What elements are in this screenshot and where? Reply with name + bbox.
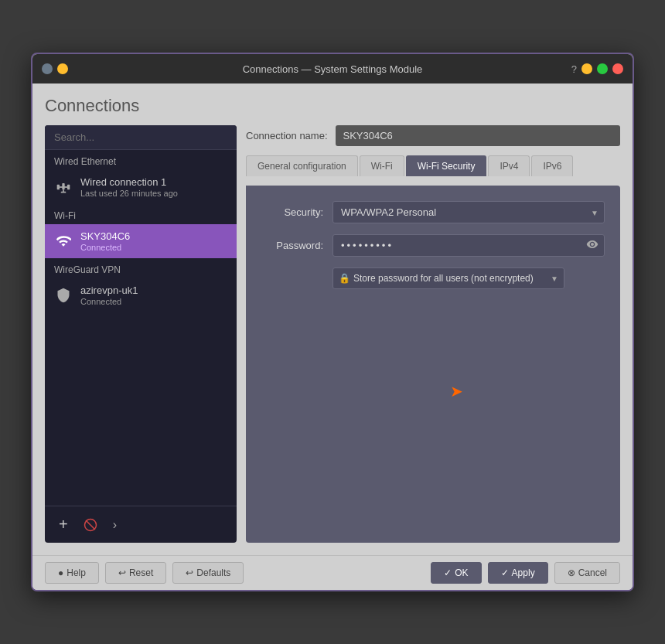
connection-name-row: Connection name:	[246, 125, 620, 146]
wired-conn-name: Wired connection 1	[80, 176, 178, 188]
svg-rect-1	[62, 183, 64, 189]
help-button[interactable]: ● Help	[45, 562, 99, 584]
tab-ipv4[interactable]: IPv4	[488, 155, 530, 176]
sidebar: Wired Ethernet Wired	[45, 125, 237, 543]
window-minimize[interactable]	[581, 63, 592, 74]
help-icon[interactable]: ?	[571, 63, 577, 75]
ethernet-icon	[54, 178, 73, 196]
tab-content-wifi-security: Security: WPA/WPA2 Personal None WEP WPA…	[246, 186, 620, 543]
cancel-button[interactable]: ⊗ Cancel	[554, 562, 620, 584]
vpn-conn-sub: Connected	[80, 297, 138, 306]
window-footer: ● Help ↩ Reset ↩ Defaults ✓ OK ✓ Apply ⊗	[32, 555, 633, 590]
connection-name-input[interactable]	[336, 125, 620, 146]
security-label: Security:	[261, 206, 323, 218]
main-area: Wired Ethernet Wired	[45, 125, 620, 543]
content-area: ➤	[261, 289, 605, 444]
password-row: Password:	[261, 234, 605, 257]
titlebar: Connections — System Settings Module ?	[32, 54, 633, 83]
window-body: Connections Wired Ethernet	[32, 83, 633, 555]
apply-button[interactable]: ✓ Apply	[488, 562, 548, 584]
section-wired-ethernet: Wired Ethernet	[45, 150, 237, 170]
tab-ipv6[interactable]: IPv6	[531, 155, 573, 176]
wifi-conn-sub: Connected	[80, 243, 130, 252]
wifi-icon	[54, 232, 73, 250]
store-password-row: 🔒 Store password for all users (not encr…	[332, 267, 605, 289]
svg-rect-3	[58, 186, 68, 188]
section-wifi: Wi-Fi	[45, 204, 237, 224]
sidebar-item-wifi-sky[interactable]: SKY304C6 Connected	[45, 224, 237, 258]
window-maximize[interactable]	[597, 63, 608, 74]
sidebar-item-wired[interactable]: Wired connection 1 Last used 26 minutes …	[45, 170, 237, 204]
section-vpn: WireGuard VPN	[45, 258, 237, 278]
wired-conn-sub: Last used 26 minutes ago	[80, 189, 178, 198]
minimize-button[interactable]	[57, 63, 68, 74]
navigate-button[interactable]: ›	[111, 516, 118, 533]
svg-rect-5	[61, 192, 66, 193]
main-window: Connections — System Settings Module ? C…	[31, 53, 634, 591]
store-password-select[interactable]: Store password for all users (not encryp…	[332, 267, 564, 289]
page-title: Connections	[45, 96, 620, 116]
password-label: Password:	[261, 240, 323, 251]
svg-line-7	[86, 520, 95, 530]
security-select-wrapper: WPA/WPA2 Personal None WEP WPA3 Personal…	[332, 201, 605, 223]
extra-button[interactable]	[42, 63, 53, 74]
add-connection-button[interactable]: +	[57, 514, 70, 535]
tab-wifi-security[interactable]: Wi-Fi Security	[406, 155, 487, 176]
tab-bar: General configuration Wi-Fi Wi-Fi Securi…	[246, 155, 620, 176]
sidebar-item-vpn[interactable]: azirevpn-uk1 Connected	[45, 278, 237, 312]
vpn-icon	[54, 286, 73, 305]
window-title: Connections — System Settings Module	[243, 63, 423, 75]
vpn-conn-name: azirevpn-uk1	[80, 285, 138, 296]
tab-wifi[interactable]: Wi-Fi	[360, 155, 404, 176]
window-controls	[42, 63, 68, 74]
store-select-wrapper: 🔒 Store password for all users (not encr…	[332, 267, 564, 289]
sidebar-footer: + ›	[45, 506, 237, 543]
footer-left-buttons: ● Help ↩ Reset ↩ Defaults	[45, 562, 244, 584]
ok-button[interactable]: ✓ OK	[431, 562, 481, 584]
search-input[interactable]	[45, 125, 237, 150]
password-input[interactable]	[332, 234, 605, 257]
reset-button[interactable]: ↩ Reset	[105, 562, 166, 584]
security-select[interactable]: WPA/WPA2 Personal None WEP WPA3 Personal…	[332, 201, 605, 223]
conn-name-label: Connection name:	[246, 130, 328, 141]
security-row: Security: WPA/WPA2 Personal None WEP WPA…	[261, 201, 605, 223]
footer-right-buttons: ✓ OK ✓ Apply ⊗ Cancel	[431, 562, 620, 584]
defaults-button[interactable]: ↩ Defaults	[172, 562, 244, 584]
password-eye-button[interactable]	[586, 238, 598, 253]
tab-general[interactable]: General configuration	[246, 155, 358, 176]
window-close[interactable]	[612, 63, 623, 74]
wifi-conn-name: SKY304C6	[80, 230, 130, 242]
cursor-indicator: ➤	[450, 382, 463, 400]
password-wrapper	[332, 234, 605, 257]
remove-connection-button[interactable]	[82, 516, 99, 533]
right-panel: Connection name: General configuration W…	[246, 125, 620, 543]
